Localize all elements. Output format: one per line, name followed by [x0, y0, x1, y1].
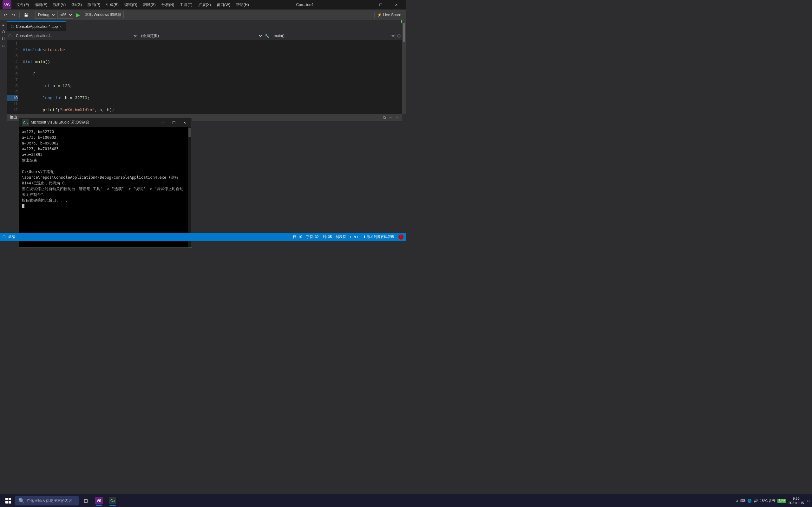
status-crlf: CRLF: [350, 235, 359, 239]
upload-icon: ⬆: [363, 235, 366, 239]
live-share-icon: ⚡: [377, 13, 382, 17]
console-title: Microsoft Visual Studio 调试控制台: [31, 120, 157, 125]
console-window: C:\ Microsoft Visual Studio 调试控制台 ─ □ × …: [19, 118, 192, 248]
console-line-4: a=123, b=7016483: [22, 146, 189, 152]
status-ready: 就绪: [8, 234, 15, 239]
menu-project[interactable]: 项目(P): [85, 1, 103, 9]
window-title: Con...ion4: [296, 3, 313, 7]
activity-item-2[interactable]: ⬡: [0, 29, 7, 35]
console-line-10: 按任意键关闭此窗口. . .: [22, 198, 189, 203]
status-char: 字符: 32: [306, 234, 319, 239]
toolbar-undo[interactable]: ↩: [2, 11, 9, 19]
file-icon: ⬡: [11, 24, 14, 29]
tab-filename: ConsoleApplication4.cpp: [16, 24, 58, 29]
menu-git[interactable]: Git(G): [69, 1, 84, 8]
menu-edit[interactable]: 编辑(E): [32, 1, 50, 9]
navigation-bar: ⬡ ConsoleApplication4 (全局范围) 🔧 main() ⊕: [7, 32, 402, 40]
activity-bar: ≡ ⬡ H □: [0, 20, 7, 244]
editor-tab-active[interactable]: ⬡ ConsoleApplication4.cpp ×: [7, 21, 66, 32]
console-line-3: a=0x7b, b=0x8002: [22, 140, 189, 146]
menu-debug[interactable]: 调试(D): [122, 1, 140, 9]
toolbar-separator-1: [19, 12, 20, 18]
menu-file[interactable]: 文件(F): [14, 1, 32, 9]
nav-expand-button[interactable]: ⊕: [396, 32, 402, 40]
console-cursor: [22, 204, 24, 208]
scrollbar-thumb: [403, 23, 405, 42]
menu-window[interactable]: 窗口(W): [214, 1, 233, 9]
run-button[interactable]: ▶: [74, 11, 82, 18]
console-minimize-button[interactable]: ─: [159, 119, 167, 126]
menu-analyze[interactable]: 分析(N): [159, 1, 177, 9]
console-line-9: 要在调试停止时自动关闭控制台，请启用"工具" -> "选项" -> "调试" -…: [22, 186, 187, 198]
vs-logo: VS: [3, 0, 11, 9]
console-line-8: C:\Users\丁路遥\source\repos\ConsoleApplica…: [22, 169, 187, 186]
console-app-icon: C:\: [22, 119, 29, 126]
menu-build[interactable]: 生成(B): [103, 1, 121, 9]
console-close-button[interactable]: ×: [180, 119, 189, 126]
menu-bar: 文件(F) 编辑(E) 视图(V) Git(G) 项目(P) 生成(B) 调试(…: [14, 1, 252, 9]
scope-dropdown[interactable]: (全局范围): [138, 32, 263, 40]
output-close-button[interactable]: ×: [395, 115, 400, 120]
status-git-icon: ⬡: [3, 235, 6, 239]
console-titlebar: C:\ Microsoft Visual Studio 调试控制台 ─ □ ×: [19, 118, 192, 127]
editor-area: ⬡ ConsoleApplication4.cpp × ⬡ ConsoleApp…: [7, 20, 402, 114]
console-line-5: a+b=32893: [22, 152, 189, 158]
status-bar: ⬡ 就绪 行: 10 字符: 32 列: 35 制表符 CRLF ⬆ 添加到源代…: [0, 233, 406, 241]
toolbar-save[interactable]: 💾: [22, 11, 31, 19]
run-label[interactable]: 本地 Windows 调试器: [83, 11, 124, 18]
maximize-button[interactable]: □: [374, 0, 388, 9]
tab-close-button[interactable]: ×: [60, 24, 62, 29]
activity-item-4[interactable]: □: [0, 43, 7, 49]
console-line-2: a=173, b=100002: [22, 135, 189, 140]
live-share-label: Live Share: [383, 13, 401, 17]
close-button[interactable]: ×: [389, 0, 403, 9]
console-scrollbar-thumb: [189, 128, 191, 137]
output-minimize-button[interactable]: ─: [388, 115, 393, 120]
menu-test[interactable]: 测试(S): [141, 1, 158, 9]
status-left: ⬡ 就绪: [3, 234, 15, 239]
status-symbol: 制表符: [336, 234, 346, 239]
output-controls: ⧉ ─ ×: [382, 115, 400, 120]
status-source-control[interactable]: ⬆ 添加到源代码管理: [363, 234, 395, 239]
output-title: 输出: [9, 115, 17, 120]
console-line-7: [22, 163, 189, 169]
code-editor[interactable]: 12345 6789 10 111213 #include<stdio.h> ⊟…: [7, 40, 402, 114]
git-change-indicator: [401, 20, 402, 23]
project-icon: ⬡: [7, 34, 13, 38]
toolbar-redo[interactable]: ↪: [10, 11, 17, 19]
toolbar: ↩ ↪ 💾 Debug x86 ▶ 本地 Windows 调试器 ⚡ Live …: [0, 9, 406, 20]
output-float-button[interactable]: ⧉: [382, 115, 387, 120]
console-scrollbar[interactable]: [188, 127, 192, 247]
menu-tools[interactable]: 工具(T): [177, 1, 195, 9]
debug-config-select[interactable]: Debug: [35, 11, 56, 19]
function-dropdown[interactable]: main(): [270, 32, 396, 40]
line-numbers: 12345 6789 10 111213: [7, 40, 20, 114]
console-content: a=123, b=32770 a=173, b=100002 a=0x7b, b…: [19, 127, 192, 247]
console-line-1: a=123, b=32770: [22, 129, 189, 135]
status-col: 列: 35: [322, 234, 332, 239]
title-bar-left: VS 文件(F) 编辑(E) 视图(V) Git(G) 项目(P) 生成(B) …: [3, 0, 252, 9]
code-content: #include<stdio.h> ⊟int main() { int a = …: [20, 40, 402, 114]
status-line: 行: 10: [293, 234, 302, 239]
arch-select[interactable]: x86: [57, 11, 73, 19]
status-right: 行: 10 字符: 32 列: 35 制表符 CRLF ⬆ 添加到源代码管理 1: [293, 234, 403, 239]
menu-view[interactable]: 视图(V): [50, 1, 68, 9]
title-bar: VS 文件(F) 编辑(E) 视图(V) Git(G) 项目(P) 生成(B) …: [0, 0, 406, 9]
minimize-button[interactable]: ─: [358, 0, 372, 9]
activity-item-3[interactable]: H: [0, 36, 7, 42]
project-dropdown[interactable]: ConsoleApplication4: [13, 32, 138, 40]
editor-scrollbar[interactable]: [402, 20, 406, 114]
console-line-6: 输出结束！: [22, 158, 189, 163]
notification-badge: 1: [398, 234, 403, 239]
live-share-button[interactable]: ⚡ Live Share: [374, 12, 404, 18]
activity-item-1[interactable]: ≡: [0, 21, 7, 28]
menu-extensions[interactable]: 扩展(X): [196, 1, 213, 9]
window-controls: ─ □ ×: [358, 0, 403, 9]
menu-help[interactable]: 帮助(H): [234, 1, 252, 9]
function-icon: 🔧: [263, 34, 270, 38]
console-maximize-button[interactable]: □: [169, 119, 178, 126]
tab-bar: ⬡ ConsoleApplication4.cpp ×: [7, 20, 402, 32]
toolbar-separator-2: [33, 12, 33, 18]
